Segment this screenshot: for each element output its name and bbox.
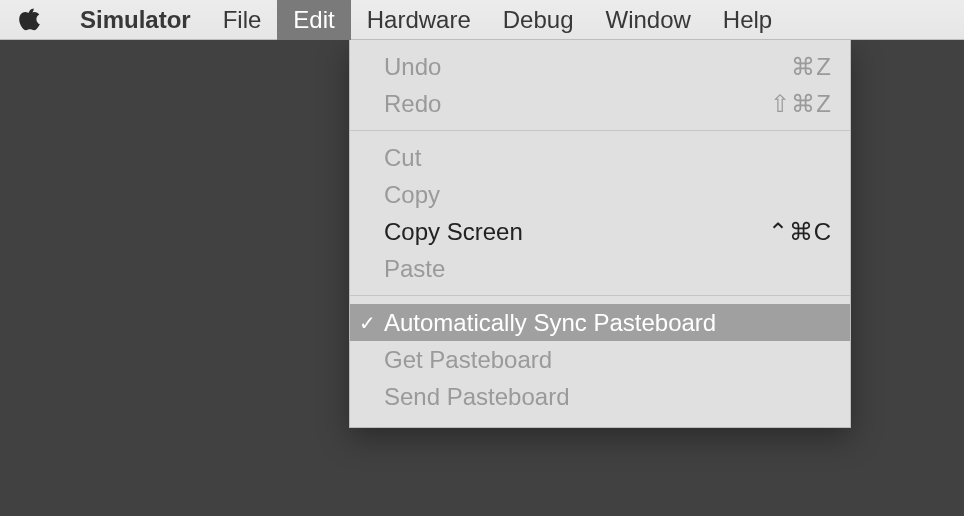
menu-item-label: Send Pasteboard [384, 383, 832, 411]
edit-menu-cut: Cut [350, 139, 850, 176]
menu-item-label: Redo [384, 90, 770, 118]
menu-item-label: Cut [384, 144, 832, 172]
edit-menu-paste: Paste [350, 250, 850, 287]
edit-menu-redo: Redo ⇧⌘Z [350, 85, 850, 122]
checkmark-icon: ✓ [350, 311, 384, 335]
menu-item-shortcut: ⌃⌘C [768, 218, 832, 246]
menubar-item-edit[interactable]: Edit [277, 0, 350, 40]
menu-item-label: Undo [384, 53, 791, 81]
menu-separator [350, 130, 850, 131]
menu-item-label: Copy Screen [384, 218, 768, 246]
edit-menu-send-pasteboard: Send Pasteboard [350, 378, 850, 415]
menubar-item-window[interactable]: Window [590, 0, 707, 40]
menu-separator [350, 295, 850, 296]
menu-item-label: Automatically Sync Pasteboard [384, 309, 832, 337]
menubar: Simulator File Edit Hardware Debug Windo… [0, 0, 964, 40]
edit-menu-undo: Undo ⌘Z [350, 48, 850, 85]
menu-item-label: Copy [384, 181, 832, 209]
edit-menu-dropdown: Undo ⌘Z Redo ⇧⌘Z Cut Copy Copy Screen ⌃⌘… [349, 40, 851, 428]
apple-menu-icon[interactable] [18, 8, 42, 32]
menubar-app-name[interactable]: Simulator [64, 0, 207, 40]
edit-menu-copy-screen[interactable]: Copy Screen ⌃⌘C [350, 213, 850, 250]
menu-item-shortcut: ⌘Z [791, 53, 832, 81]
menubar-item-debug[interactable]: Debug [487, 0, 590, 40]
menubar-item-hardware[interactable]: Hardware [351, 0, 487, 40]
edit-menu-get-pasteboard: Get Pasteboard [350, 341, 850, 378]
edit-menu-copy: Copy [350, 176, 850, 213]
menubar-item-file[interactable]: File [207, 0, 278, 40]
menu-item-shortcut: ⇧⌘Z [770, 90, 832, 118]
menu-item-label: Paste [384, 255, 832, 283]
edit-menu-auto-sync-pasteboard[interactable]: ✓ Automatically Sync Pasteboard [350, 304, 850, 341]
menubar-item-help[interactable]: Help [707, 0, 788, 40]
menu-item-label: Get Pasteboard [384, 346, 832, 374]
